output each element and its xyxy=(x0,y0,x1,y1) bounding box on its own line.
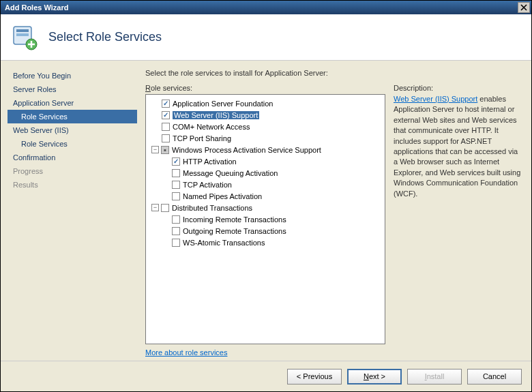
close-icon xyxy=(520,4,527,11)
role-services-icon xyxy=(11,24,38,51)
wizard-header: Select Role Services xyxy=(1,14,531,61)
sidebar-item[interactable]: Server Roles xyxy=(1,82,137,96)
checkbox[interactable] xyxy=(162,111,170,119)
checkbox[interactable] xyxy=(172,239,180,247)
sidebar-item[interactable]: Progress xyxy=(1,164,137,178)
more-about-link[interactable]: More about role services xyxy=(145,348,227,357)
tree-item-label: Message Queuing Activation xyxy=(183,169,278,177)
tree-item[interactable]: Application Server Foundation xyxy=(149,97,382,109)
tree-item[interactable]: COM+ Network Access xyxy=(149,121,382,132)
sidebar-item[interactable]: Before You Begin xyxy=(1,69,137,82)
tree-item-label: Outgoing Remote Transactions xyxy=(183,227,286,235)
tree-item[interactable]: TCP Activation xyxy=(149,179,382,190)
description-body: enables Application Server to host inter… xyxy=(394,95,520,198)
sidebar-item[interactable]: Role Services xyxy=(1,137,137,151)
tree-item-label: Web Server (IIS) Support xyxy=(173,111,259,119)
description-link[interactable]: Web Server (IIS) Support xyxy=(394,95,477,103)
tree-item-label: Named Pipes Activation xyxy=(183,192,262,200)
checkbox[interactable] xyxy=(172,227,180,235)
sidebar-item[interactable]: Application Server xyxy=(1,96,137,110)
sidebar-item[interactable]: Confirmation xyxy=(1,151,137,164)
tree-item-label: Application Server Foundation xyxy=(173,100,273,108)
install-button: IInstallnstall xyxy=(407,369,462,385)
main-panel: Select the role services to install for … xyxy=(137,61,531,361)
description-label: Description: xyxy=(394,84,523,92)
collapse-icon[interactable]: − xyxy=(151,204,159,211)
tree-item[interactable]: TCP Port Sharing xyxy=(149,132,382,144)
content-area: Before You BeginServer RolesApplication … xyxy=(1,61,531,361)
previous-button[interactable]: < Previous xyxy=(287,369,342,385)
tree-item-label: HTTP Activation xyxy=(183,157,237,166)
tree-item[interactable]: Message Queuing Activation xyxy=(149,167,382,179)
cancel-button[interactable]: Cancel xyxy=(467,369,522,385)
instruction-text: Select the role services to install for … xyxy=(145,69,523,77)
wizard-footer: < Previous Next > IInstallnstall Cancel xyxy=(1,361,531,391)
tree-item-label: Incoming Remote Transactions xyxy=(183,215,286,224)
tree-item[interactable]: −Distributed Transactions xyxy=(149,202,382,213)
tree-item-label: Distributed Transactions xyxy=(172,204,252,212)
svg-rect-2 xyxy=(16,33,29,36)
tree-item[interactable]: WS-Atomic Transactions xyxy=(149,237,382,248)
checkbox[interactable] xyxy=(172,192,180,200)
checkbox[interactable] xyxy=(162,100,170,108)
tree-item[interactable]: Incoming Remote Transactions xyxy=(149,213,382,225)
sidebar-item[interactable]: Web Server (IIS) xyxy=(1,123,137,137)
tree-item[interactable]: −Windows Process Activation Service Supp… xyxy=(149,144,382,155)
checkbox[interactable] xyxy=(172,169,180,177)
tree-item-label: TCP Port Sharing xyxy=(173,134,231,142)
tree-item[interactable]: Web Server (IIS) Support xyxy=(149,109,382,121)
tree-item-label: COM+ Network Access xyxy=(173,123,250,131)
checkbox[interactable] xyxy=(161,146,169,154)
svg-rect-1 xyxy=(16,29,29,32)
checkbox[interactable] xyxy=(162,123,170,131)
checkbox[interactable] xyxy=(162,134,170,142)
tree-item-label: WS-Atomic Transactions xyxy=(183,239,265,247)
window-title: Add Roles Wizard xyxy=(5,3,518,12)
next-button[interactable]: Next > xyxy=(347,369,402,385)
titlebar: Add Roles Wizard xyxy=(1,1,531,14)
tree-item[interactable]: Outgoing Remote Transactions xyxy=(149,225,382,237)
collapse-icon[interactable]: − xyxy=(151,146,159,153)
sidebar-item[interactable]: Role Services xyxy=(8,110,137,123)
close-button[interactable] xyxy=(518,2,530,13)
wizard-sidebar: Before You BeginServer RolesApplication … xyxy=(1,61,137,361)
tree-item-label: Windows Process Activation Service Suppo… xyxy=(172,146,321,154)
checkbox[interactable] xyxy=(172,157,180,166)
role-services-tree[interactable]: Application Server FoundationWeb Server … xyxy=(145,94,385,344)
tree-label: Role services: xyxy=(145,84,385,92)
checkbox[interactable] xyxy=(161,204,169,212)
checkbox[interactable] xyxy=(172,215,180,224)
tree-item[interactable]: HTTP Activation xyxy=(149,155,382,167)
description-text: Web Server (IIS) Support enables Applica… xyxy=(394,94,523,199)
tree-item[interactable]: Named Pipes Activation xyxy=(149,190,382,202)
sidebar-item[interactable]: Results xyxy=(1,178,137,192)
page-title: Select Role Services xyxy=(48,30,162,44)
checkbox[interactable] xyxy=(172,181,180,189)
tree-item-label: TCP Activation xyxy=(183,181,232,189)
